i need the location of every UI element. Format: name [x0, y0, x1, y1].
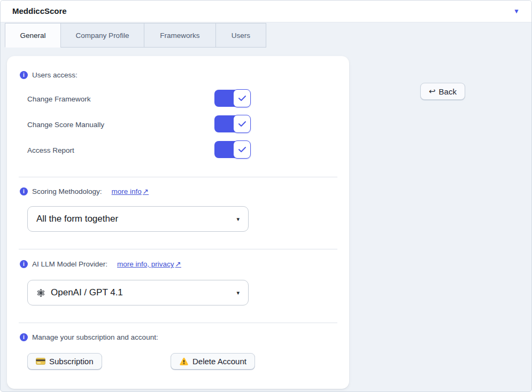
- dropdown-caret-icon: ▾: [236, 216, 240, 223]
- subscription-button-label: Subscription: [49, 357, 94, 366]
- link-text: more info: [112, 187, 142, 195]
- info-icon: i: [20, 260, 28, 268]
- delete-account-button-label: Delete Account: [192, 357, 246, 366]
- tab-company-profile-label: Company Profile: [76, 32, 129, 40]
- divider: [19, 323, 337, 323]
- tab-frameworks-label: Frameworks: [160, 32, 199, 40]
- back-button[interactable]: ↩ Back: [420, 83, 465, 100]
- external-link-icon: ↗: [143, 187, 149, 195]
- return-arrow-icon: ↩: [429, 87, 436, 96]
- delete-account-button[interactable]: Delete Account: [171, 353, 255, 370]
- collapse-section-control[interactable]: ▼: [513, 1, 520, 22]
- divider: [19, 249, 337, 249]
- dropdown-caret-icon: ▾: [236, 289, 240, 296]
- back-button-label: Back: [439, 87, 457, 96]
- credit-card-icon: [36, 358, 45, 365]
- openai-logo-icon: [36, 288, 45, 297]
- scoring-more-info-link[interactable]: more info↗: [112, 187, 149, 195]
- toggle-thumb: [233, 115, 251, 133]
- collapse-arrow-icon: ▼: [513, 7, 520, 15]
- check-icon: [238, 95, 246, 101]
- llm-provider-select[interactable]: OpenAI / GPT 4.1 ▾: [27, 280, 249, 305]
- llm-provider-label: AI LLM Model Provider:: [32, 260, 107, 268]
- toggle-label-change-score: Change Score Manually: [27, 121, 104, 129]
- subscription-button[interactable]: Subscription: [27, 353, 102, 370]
- account-management-header: i Manage your subscription and account:: [20, 333, 158, 341]
- tab-users-label: Users: [232, 32, 250, 40]
- link-text: more info, privacy: [117, 260, 174, 268]
- settings-window: MeddiccScore ▼ General Company Profile F…: [0, 0, 532, 392]
- info-icon: i: [20, 71, 28, 79]
- users-access-header: i Users access:: [20, 71, 78, 79]
- tab-users[interactable]: Users: [215, 23, 266, 48]
- tab-frameworks[interactable]: Frameworks: [144, 23, 216, 48]
- toggle-thumb: [233, 89, 251, 107]
- scoring-methodology-header: i Scoring Methodology: more info↗: [20, 187, 149, 195]
- check-icon: [238, 146, 246, 153]
- info-icon: i: [20, 333, 28, 341]
- toggle-change-framework[interactable]: [214, 90, 250, 107]
- titlebar: MeddiccScore ▼: [1, 1, 531, 22]
- tab-company-profile[interactable]: Company Profile: [60, 23, 144, 48]
- account-management-label: Manage your subscription and account:: [32, 333, 158, 341]
- tab-bar: General Company Profile Frameworks Users: [5, 23, 266, 48]
- scoring-selected-option: All the form together: [36, 214, 118, 224]
- tab-general-label: General: [20, 32, 45, 40]
- llm-selected-option: OpenAI / GPT 4.1: [51, 287, 123, 298]
- toggle-thumb: [233, 140, 251, 159]
- scoring-methodology-label: Scoring Methodology:: [32, 187, 102, 195]
- toggle-change-score-manually[interactable]: [214, 115, 250, 132]
- info-icon: i: [20, 187, 28, 195]
- page-title: MeddiccScore: [12, 1, 67, 22]
- llm-more-info-privacy-link[interactable]: more info, privacy↗: [117, 260, 181, 268]
- toggle-label-change-framework: Change Framework: [27, 95, 91, 103]
- check-icon: [238, 121, 246, 127]
- external-link-icon: ↗: [175, 260, 181, 268]
- toggle-access-report[interactable]: [214, 141, 250, 158]
- llm-provider-header: i AI LLM Model Provider: more info, priv…: [20, 260, 181, 268]
- divider: [19, 177, 337, 177]
- toggle-label-access-report: Access Report: [27, 146, 74, 154]
- general-settings-card: i Users access: Change Framework Change …: [7, 56, 349, 389]
- scoring-methodology-select[interactable]: All the form together ▾: [27, 206, 249, 232]
- warning-icon: [179, 357, 189, 366]
- users-access-label: Users access:: [32, 71, 78, 79]
- tab-general[interactable]: General: [5, 23, 61, 48]
